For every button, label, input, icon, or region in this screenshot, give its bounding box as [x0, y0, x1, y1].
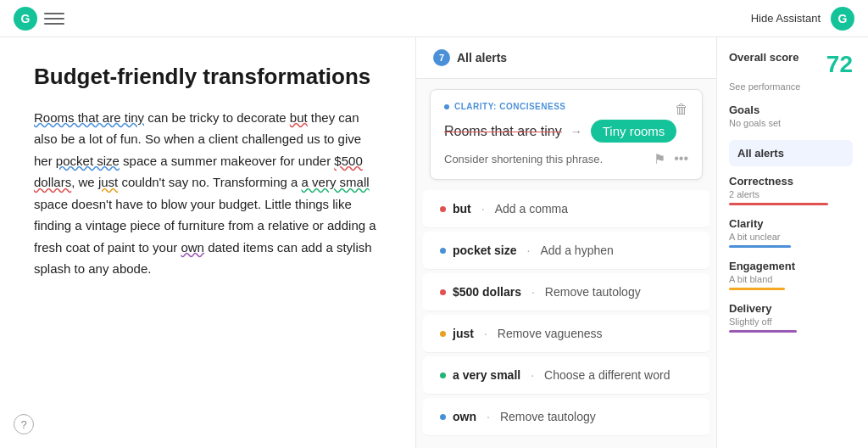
- alert-item[interactable]: own · Remove tautology: [423, 398, 709, 436]
- alert-suggestion: Choose a different word: [544, 368, 670, 382]
- alert-keyword: own: [453, 410, 476, 423]
- alert-dot: [440, 331, 446, 337]
- goals-title: Goals: [729, 104, 853, 116]
- clarity-title: Clarity: [729, 217, 853, 230]
- alert-dot: [440, 414, 446, 420]
- alert-item[interactable]: a very small · Choose a different word: [423, 356, 709, 395]
- suggestion-arrow: →: [570, 125, 582, 138]
- correctness-title: Correctness: [729, 175, 853, 188]
- suggestion-replacement[interactable]: Tiny rooms: [591, 120, 677, 143]
- alert-sep: ·: [487, 410, 490, 423]
- engagement-section: Engagement A bit bland: [729, 260, 853, 290]
- alert-dot: [440, 248, 446, 254]
- alert-keyword: $500 dollars: [453, 285, 521, 299]
- alert-sep: ·: [531, 285, 535, 299]
- engagement-bar: [729, 288, 785, 290]
- goals-section: Goals No goals set: [729, 104, 853, 128]
- all-alerts-button[interactable]: All alerts: [729, 140, 853, 166]
- flag-icon[interactable]: ⚑: [654, 151, 665, 167]
- grammarly-avatar[interactable]: G: [831, 7, 854, 31]
- alert-suggestion: Remove vagueness: [498, 327, 603, 340]
- alerts-header: 7 All alerts: [416, 37, 716, 79]
- correctness-bar: [729, 203, 828, 205]
- alert-suggestion: Remove tautology: [500, 410, 596, 423]
- alert-sep: ·: [531, 368, 534, 382]
- highlight-own[interactable]: own: [181, 240, 204, 255]
- highlight-but[interactable]: but: [290, 110, 308, 125]
- engagement-title: Engagement: [729, 260, 853, 272]
- clarity-bar: [729, 245, 791, 248]
- suggestion-card[interactable]: CLARITY: CONCISENESS 🗑 Rooms that are ti…: [430, 89, 703, 180]
- suggestion-label: CLARITY: CONCISENESS: [444, 102, 566, 111]
- suggestion-description: Consider shortening this phrase.: [444, 153, 603, 165]
- see-performance-link[interactable]: See performance: [729, 81, 853, 92]
- more-options-icon[interactable]: •••: [674, 151, 688, 167]
- alert-keyword: pocket size: [453, 244, 516, 257]
- overall-score-number: 72: [826, 51, 853, 78]
- alerts-title: All alerts: [457, 51, 507, 64]
- clarity-section: Clarity A bit unclear: [729, 217, 853, 248]
- alert-keyword: just: [453, 327, 474, 340]
- alert-suggestion: Add a hyphen: [540, 244, 613, 257]
- alerts-panel: 7 All alerts CLARITY: CONCISENESS 🗑 Room…: [415, 37, 716, 448]
- alert-item[interactable]: $500 dollars · Remove tautology: [423, 273, 709, 311]
- alert-keyword: but: [453, 202, 471, 216]
- highlight-rooms-that-are-tiny[interactable]: Rooms that are tiny: [34, 110, 144, 125]
- goals-sub: No goals set: [729, 118, 853, 128]
- editor-text[interactable]: Rooms that are tiny can be tricky to dec…: [34, 107, 381, 280]
- alert-item[interactable]: pocket size · Add a hyphen: [423, 232, 709, 270]
- help-icon[interactable]: ?: [14, 414, 34, 434]
- alert-item[interactable]: but · Add a comma: [423, 190, 709, 228]
- alert-suggestion: Remove tautology: [545, 285, 641, 299]
- overall-score-label: Overall score: [729, 51, 798, 64]
- topbar-right: Hide Assistant G: [751, 7, 854, 31]
- alert-sep: ·: [481, 202, 485, 216]
- alert-suggestion: Add a comma: [495, 202, 568, 216]
- clarity-sub: A bit unclear: [729, 232, 853, 242]
- correctness-section: Correctness 2 alerts: [729, 175, 853, 205]
- grammarly-logo: G: [14, 7, 37, 31]
- highlight-just[interactable]: just: [98, 175, 118, 189]
- suggestion-change: Rooms that are tiny → Tiny rooms: [444, 120, 688, 143]
- alert-dot: [440, 206, 446, 212]
- score-section: Overall score 72: [729, 51, 853, 78]
- topbar: G Hide Assistant G: [0, 0, 868, 37]
- editor-area: Budget-friendly transformations Rooms th…: [0, 37, 415, 448]
- highlight-a-very-small[interactable]: a very small: [302, 175, 370, 189]
- right-sidebar: Overall score 72 See performance Goals N…: [716, 37, 865, 448]
- delivery-title: Delivery: [729, 302, 853, 315]
- svg-text:G: G: [21, 12, 31, 25]
- alert-keyword: a very small: [453, 368, 520, 382]
- engagement-sub: A bit bland: [729, 274, 853, 284]
- alert-sep: ·: [484, 327, 487, 340]
- main-content: Budget-friendly transformations Rooms th…: [0, 37, 868, 448]
- alerts-count-badge: 7: [433, 49, 450, 66]
- menu-icon[interactable]: [44, 8, 64, 29]
- delivery-bar: [729, 330, 797, 333]
- suggestion-dot: [444, 104, 449, 109]
- suggestion-original: Rooms that are tiny: [444, 124, 562, 139]
- alert-list: but · Add a comma pocket size · Add a hy…: [416, 190, 716, 436]
- alert-sep: ·: [526, 244, 530, 257]
- alert-item[interactable]: just · Remove vagueness: [423, 315, 709, 353]
- correctness-sub: 2 alerts: [729, 189, 853, 199]
- alert-dot: [440, 289, 446, 295]
- highlight-pocket-size[interactable]: pocket size: [56, 154, 120, 168]
- hide-assistant-button[interactable]: Hide Assistant: [751, 12, 821, 25]
- delivery-section: Delivery Slightly off: [729, 302, 853, 333]
- trash-icon[interactable]: 🗑: [675, 102, 688, 117]
- alert-dot: [440, 372, 446, 378]
- delivery-sub: Slightly off: [729, 316, 853, 327]
- document-title: Budget-friendly transformations: [34, 63, 381, 92]
